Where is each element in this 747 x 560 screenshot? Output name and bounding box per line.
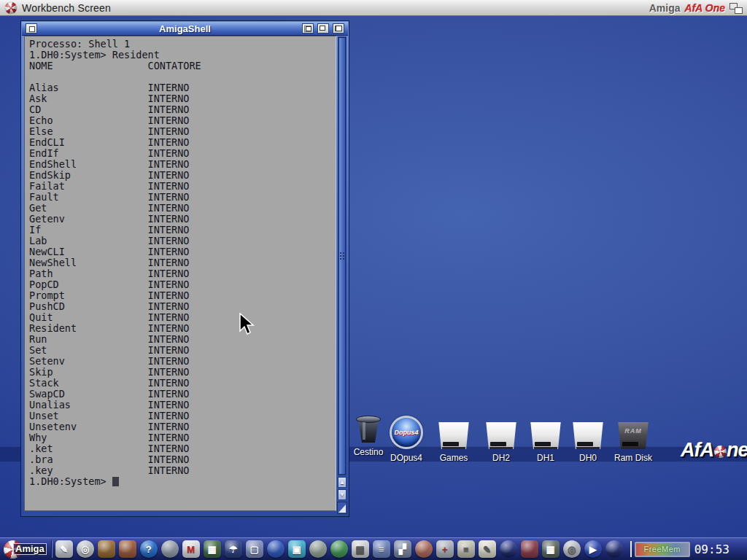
scrollbar-thumb[interactable]	[338, 37, 346, 475]
shell-command-row: Stack INTERNO	[29, 378, 336, 389]
shell-table-header: NOME CONTATORE	[29, 61, 336, 71]
boing-ball-red-icon[interactable]	[605, 540, 623, 558]
shell-command-row: Else INTERNO	[29, 126, 336, 137]
briefcase-icon[interactable]	[98, 540, 115, 558]
resize-gadget[interactable]	[337, 502, 347, 514]
shell-command-row: NewShell INTERNO	[29, 257, 336, 268]
blue-sphere-icon[interactable]	[267, 540, 285, 558]
shell-command-row: Prompt INTERNO	[29, 290, 336, 301]
desktop-surface: Cestino Dopus4 DOpus4 Games DH2 DH1 DH0 …	[0, 16, 747, 537]
calendar-icon[interactable]: ▤	[352, 540, 369, 558]
desktop-icon-ramdisk[interactable]: RAM Ram Disk	[608, 416, 659, 463]
paint-sphere-icon[interactable]	[415, 540, 433, 558]
shell-command-row: EndShell INTERNO	[29, 159, 336, 170]
amiga-start-button[interactable]: Amiga	[2, 540, 50, 559]
shell-command-row: PopCD INTERNO	[29, 279, 336, 290]
shell-command-row: Skip INTERNO	[29, 367, 336, 378]
scroll-up-button[interactable]: ▲	[338, 477, 347, 488]
trash-can-icon	[354, 416, 383, 443]
document-icon[interactable]: ≡	[373, 540, 390, 558]
icon-label: DH1	[537, 453, 554, 463]
icon-label: DOpus4	[390, 453, 422, 463]
close-gadget[interactable]	[26, 23, 37, 34]
zoom-gadget[interactable]	[317, 23, 329, 34]
afaone-logo: AfA ne	[681, 439, 747, 462]
screen-depth-gadget[interactable]	[729, 3, 743, 14]
find-file-icon[interactable]: ✎	[55, 540, 73, 558]
mui-icon[interactable]: M	[182, 540, 200, 558]
ram-disk-icon: RAM	[616, 422, 650, 449]
shell-prompt[interactable]: 1.DH0:System>	[29, 476, 336, 487]
icon-label: DH2	[492, 453, 510, 463]
boing-ball-icon	[714, 446, 727, 458]
shell-blank-line	[29, 71, 336, 82]
dopus-badge: Dopus4	[394, 429, 418, 436]
shell-command-row: EndCLI INTERNO	[29, 137, 336, 148]
shell-output: Processo: Shell 11.DH0:System> ResidentN…	[25, 36, 336, 487]
shell-command-row: NewCLI INTERNO	[29, 246, 336, 257]
shell-command-row: Path INTERNO	[29, 268, 336, 279]
afaone-logo-pre: AfA	[681, 439, 713, 462]
shell-command-row: Failat INTERNO	[29, 181, 336, 192]
shell-command-row: Set INTERNO	[29, 345, 336, 356]
umbrella-icon[interactable]: ☂	[225, 540, 242, 558]
vertical-scrollbar[interactable]	[338, 36, 347, 475]
calculator-icon[interactable]: ▦	[542, 540, 560, 558]
shell-command-row: Echo INTERNO	[29, 115, 336, 126]
icon-label: Cestino	[354, 447, 384, 457]
depth-front-square	[735, 7, 743, 14]
shell-command-row: Run INTERNO	[29, 334, 336, 345]
hard-drive-icon	[437, 422, 471, 449]
scroll-down-button[interactable]: ▼	[338, 489, 347, 500]
scanner-icon[interactable]: ≡	[457, 540, 475, 558]
shell-console[interactable]: Processo: Shell 11.DH0:System> ResidentN…	[24, 36, 336, 511]
help-icon[interactable]: ?	[140, 540, 158, 558]
shell-output-line: Processo: Shell 1	[29, 39, 336, 50]
sphere-gray-icon[interactable]	[309, 540, 327, 558]
freemem-gauge: FreeMem	[635, 542, 690, 557]
icon-label: Games	[440, 453, 468, 463]
cd-duck-icon[interactable]: ◎	[77, 540, 94, 558]
globe-gray-icon[interactable]	[161, 540, 179, 558]
cd-tools-icon[interactable]: ◎	[563, 540, 581, 558]
boing-ball-blue-icon[interactable]	[500, 540, 517, 558]
screen-title: Workbench Screen	[22, 2, 111, 14]
media-player-icon[interactable]: ▶	[584, 540, 602, 558]
amigashell-window: AmigaShell Processo: Shell 11.DH0:System…	[20, 20, 349, 517]
clock: 09:53	[694, 542, 729, 556]
shell-command-row: .key INTERNO	[29, 465, 336, 476]
window-titlebar[interactable]: AmigaShell	[22, 22, 348, 36]
shell-command-row: Fault INTERNO	[29, 192, 336, 203]
monitor-help-icon[interactable]: ▢	[246, 540, 263, 558]
shell-command-row: Quit INTERNO	[29, 312, 336, 323]
disk-tools-icon[interactable]: +	[436, 540, 454, 558]
shell-command-row: EndIf INTERNO	[29, 148, 336, 159]
iconify-gadget[interactable]	[302, 23, 314, 34]
circuit-board-icon[interactable]: ▦	[204, 540, 221, 558]
hard-drive-icon	[571, 422, 605, 449]
window-depth-gadget[interactable]	[333, 23, 344, 34]
shell-output-line: 1.DH0:System> Resident	[29, 50, 336, 61]
shell-command-row: EndSkip INTERNO	[29, 170, 336, 181]
brand-amiga-label: Amiga	[649, 2, 681, 14]
boing-ball-icon	[5, 2, 17, 14]
desktop-icon-dh0[interactable]: DH0	[562, 416, 614, 463]
earth-globe-icon[interactable]	[330, 540, 348, 558]
shell-command-row: .ket INTERNO	[29, 443, 336, 454]
freemem-handle[interactable]	[630, 541, 632, 557]
shell-command-row: PushCD INTERNO	[29, 301, 336, 312]
puzzle-blocks-icon[interactable]: ▞	[394, 540, 411, 558]
shell-command-row: SwapCD INTERNO	[29, 389, 336, 400]
desktop-icon-dopus4[interactable]: Dopus4 DOpus4	[381, 416, 432, 463]
desktop-icon-dh2[interactable]: DH2	[476, 416, 527, 463]
afaone-logo-post: ne	[727, 439, 747, 462]
notepad-icon[interactable]: ✎	[479, 540, 496, 558]
shell-command-row: Getenv INTERNO	[29, 214, 336, 225]
toolbox-icon[interactable]	[521, 540, 538, 558]
desktop-icon-games[interactable]: Games	[428, 416, 479, 463]
display-icon[interactable]: ▣	[288, 540, 306, 558]
shell-command-row: .bra INTERNO	[29, 454, 336, 465]
fish-icon[interactable]	[119, 540, 136, 558]
hard-drive-icon	[484, 422, 518, 449]
shell-command-row: Unset INTERNO	[29, 411, 336, 421]
